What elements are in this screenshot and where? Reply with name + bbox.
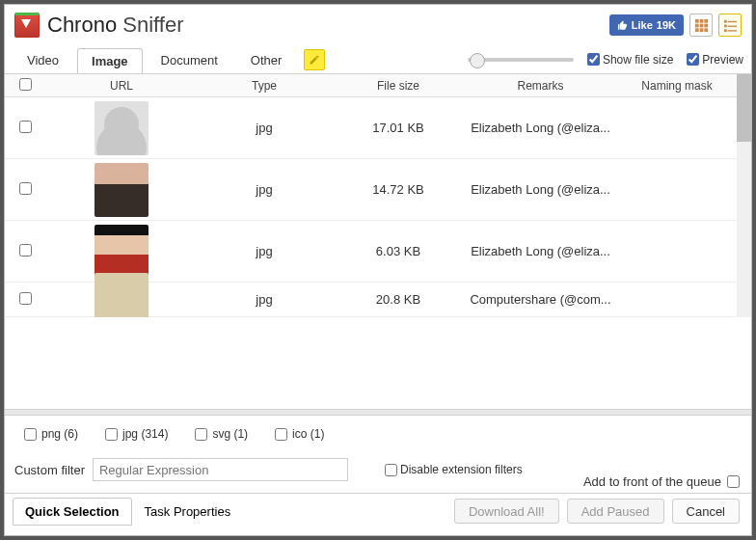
svg-rect-13 xyxy=(723,29,726,32)
title-main: Chrono xyxy=(47,13,117,37)
row-checkbox[interactable] xyxy=(19,182,32,195)
tab-video[interactable]: Video xyxy=(13,47,73,72)
row-checkbox[interactable] xyxy=(19,292,32,305)
splitter-bar[interactable] xyxy=(5,409,751,416)
tab-image[interactable]: Image xyxy=(77,48,143,73)
show-file-size-input[interactable] xyxy=(587,53,600,66)
svg-rect-12 xyxy=(727,25,736,26)
cell-size: 14.72 KB xyxy=(331,182,466,197)
queue-checkbox[interactable] xyxy=(727,475,740,488)
edit-button[interactable] xyxy=(304,49,325,70)
preview-label: Preview xyxy=(702,53,743,67)
col-remarks[interactable]: Remarks xyxy=(466,79,615,93)
table-row[interactable]: jpg 20.8 KB Computershare (@com... xyxy=(5,283,751,317)
thumbnail-icon xyxy=(94,163,148,217)
add-paused-button[interactable]: Add Paused xyxy=(567,499,664,524)
app-title: Chrono Sniffer xyxy=(47,13,183,38)
tab-row: Video Image Document Other Show file siz… xyxy=(5,45,751,74)
cell-remarks: Computershare (@com... xyxy=(466,292,615,307)
cancel-button[interactable]: Cancel xyxy=(672,499,740,524)
pencil-icon xyxy=(309,54,320,66)
cell-size: 17.01 KB xyxy=(331,121,466,135)
col-filesize[interactable]: File size xyxy=(331,79,466,93)
svg-rect-3 xyxy=(694,23,698,27)
cell-remarks: Elizabeth Long (@eliza... xyxy=(466,121,615,135)
cell-type: jpg xyxy=(198,292,331,307)
svg-rect-4 xyxy=(699,23,703,27)
table-scrollbar[interactable] xyxy=(737,74,751,317)
filter-svg[interactable]: svg (1) xyxy=(195,427,248,441)
thumbnail-icon xyxy=(94,273,148,318)
tab-other[interactable]: Other xyxy=(236,47,297,72)
svg-rect-2 xyxy=(704,18,708,22)
show-file-size-checkbox[interactable]: Show file size xyxy=(587,53,673,67)
cell-type: jpg xyxy=(198,121,331,135)
file-table: URL Type File size Remarks Naming mask j… xyxy=(5,74,751,409)
table-row[interactable]: jpg 17.01 KB Elizabeth Long (@eliza... xyxy=(5,97,751,159)
cell-type: jpg xyxy=(198,244,331,258)
title-sub: Sniffer xyxy=(122,13,183,37)
grid-view-icon[interactable] xyxy=(689,14,713,37)
table-header: URL Type File size Remarks Naming mask xyxy=(5,74,751,97)
cell-size: 6.03 KB xyxy=(331,244,466,258)
show-file-size-label: Show file size xyxy=(603,53,673,67)
thumbnail-icon xyxy=(94,225,148,279)
col-url[interactable]: URL xyxy=(45,79,198,93)
filter-ico[interactable]: ico (1) xyxy=(275,427,324,441)
svg-rect-10 xyxy=(727,20,736,21)
svg-rect-1 xyxy=(699,18,703,22)
row-checkbox[interactable] xyxy=(19,244,32,256)
list-view-icon[interactable] xyxy=(718,14,742,37)
titlebar: Chrono Sniffer Like 19K xyxy=(5,5,751,45)
preview-checkbox[interactable]: Preview xyxy=(687,53,743,67)
col-namingmask[interactable]: Naming mask xyxy=(615,79,739,93)
svg-rect-8 xyxy=(704,28,708,32)
cell-type: jpg xyxy=(198,182,331,197)
like-text: Like xyxy=(632,19,653,31)
svg-rect-0 xyxy=(694,18,698,22)
thumbnail-size-slider[interactable] xyxy=(468,58,574,62)
svg-rect-7 xyxy=(699,28,703,32)
svg-rect-9 xyxy=(723,19,726,22)
cell-remarks: Elizabeth Long (@eliza... xyxy=(466,182,615,197)
svg-rect-11 xyxy=(723,24,726,27)
filter-jpg[interactable]: jpg (314) xyxy=(105,427,168,441)
col-type[interactable]: Type xyxy=(198,79,331,93)
svg-rect-14 xyxy=(727,30,736,31)
svg-rect-5 xyxy=(704,23,708,27)
thumbnail-icon xyxy=(94,101,148,155)
size-slider-wrap xyxy=(468,58,574,62)
table-body: jpg 17.01 KB Elizabeth Long (@eliza... j… xyxy=(5,97,751,317)
download-all-button[interactable]: Download All! xyxy=(454,499,559,524)
fb-like-button[interactable]: Like 19K xyxy=(609,14,684,36)
preview-input[interactable] xyxy=(687,53,699,66)
thumbs-up-icon xyxy=(617,20,628,31)
like-count: 19K xyxy=(657,19,676,31)
filter-png[interactable]: png (6) xyxy=(24,427,78,441)
button-row: Download All! Add Paused Cancel xyxy=(454,499,740,524)
app-window: Chrono Sniffer Like 19K Video Image Docu… xyxy=(4,4,752,536)
cell-remarks: Elizabeth Long (@eliza... xyxy=(466,244,615,258)
cell-size: 20.8 KB xyxy=(331,292,466,307)
table-row[interactable]: jpg 14.72 KB Elizabeth Long (@eliza... xyxy=(5,159,751,221)
extension-filter-row: png (6) jpg (314) svg (1) ico (1) xyxy=(14,427,742,441)
svg-rect-6 xyxy=(694,28,698,32)
row-checkbox[interactable] xyxy=(19,121,32,133)
tab-document[interactable]: Document xyxy=(147,47,232,72)
bottom-bar: Add to front of the queue Download All! … xyxy=(5,467,751,535)
select-all-checkbox[interactable] xyxy=(19,78,32,91)
app-logo-icon xyxy=(14,13,40,38)
add-front-queue[interactable]: Add to front of the queue xyxy=(583,474,740,489)
